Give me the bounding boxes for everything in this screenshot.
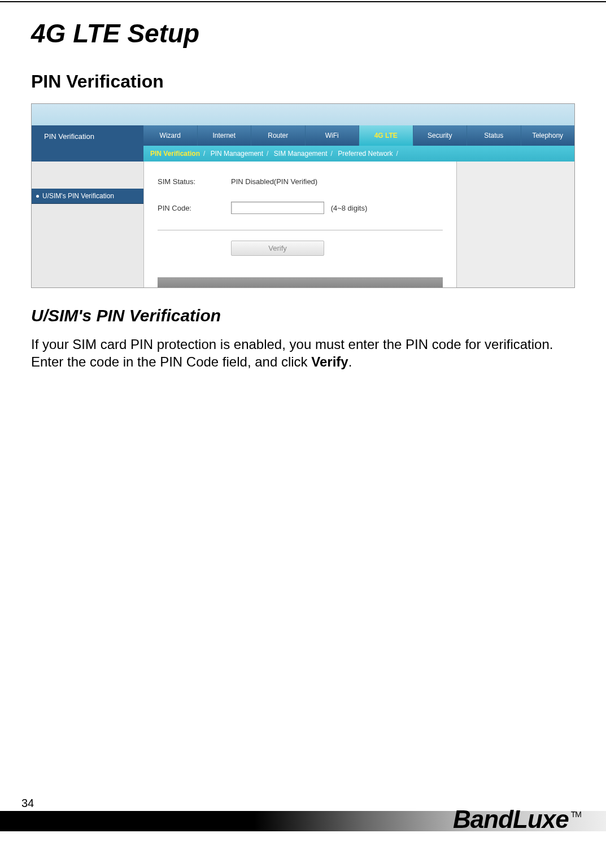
subnav-pin-management[interactable]: PIN Management	[211, 150, 263, 158]
sub-heading: U/SIM's PIN Verification	[31, 306, 575, 325]
pin-hint: (4~8 digits)	[331, 204, 368, 212]
sim-status-label: SIM Status:	[158, 177, 231, 186]
tab-status[interactable]: Status	[467, 125, 521, 146]
sub-nav: PIN Verification/ PIN Management/ SIM Ma…	[143, 146, 574, 162]
body-text: If your SIM card PIN protection is enabl…	[31, 335, 575, 370]
body-text-b: .	[348, 354, 352, 369]
tab-wifi[interactable]: WiFi	[305, 125, 359, 146]
page-number: 34	[21, 797, 34, 810]
tab-4g-lte[interactable]: 4G LTE	[359, 125, 413, 146]
subnav-preferred-network[interactable]: Preferred Network	[338, 150, 393, 158]
subnav-pin-verification[interactable]: PIN Verification	[150, 150, 200, 158]
brand-text: BandLuxe	[453, 805, 569, 831]
side-title: PIN Verification	[32, 125, 143, 162]
tab-wizard[interactable]: Wizard	[143, 125, 197, 146]
content-panel: SIM Status: PIN Disabled(PIN Verified) P…	[143, 162, 457, 287]
main-heading: 4G LTE Setup	[31, 18, 575, 49]
separator-icon: /	[396, 150, 398, 158]
tab-router[interactable]: Router	[251, 125, 305, 146]
body-text-a: If your SIM card PIN protection is enabl…	[31, 337, 553, 369]
bullet-icon	[36, 195, 39, 198]
verify-button[interactable]: Verify	[231, 241, 324, 256]
tab-telephony[interactable]: Telephony	[521, 125, 575, 146]
subnav-sim-management[interactable]: SIM Management	[274, 150, 328, 158]
separator-icon: /	[203, 150, 205, 158]
main-tabs: Wizard Internet Router WiFi 4G LTE Secur…	[143, 125, 574, 146]
tab-security[interactable]: Security	[413, 125, 467, 146]
sidebar-item-label: U/SIM's PIN Verification	[42, 192, 114, 200]
sidebar-item-pin-verification[interactable]: U/SIM's PIN Verification	[32, 189, 143, 204]
separator-icon: /	[331, 150, 333, 158]
ui-top-bar	[32, 104, 574, 125]
separator-icon: /	[267, 150, 268, 158]
pin-code-label: PIN Code:	[158, 204, 231, 212]
brand-logo: BandLuxeTM	[453, 805, 581, 831]
divider	[158, 230, 443, 230]
sidebar: U/SIM's PIN Verification	[32, 162, 143, 287]
content-bottom-bar	[158, 277, 443, 287]
content-right-pane	[457, 162, 574, 287]
sim-status-value: PIN Disabled(PIN Verified)	[231, 177, 443, 186]
body-text-bold: Verify	[311, 354, 348, 369]
section-heading: PIN Verification	[31, 71, 575, 92]
router-ui-screenshot: PIN Verification Wizard Internet Router …	[31, 103, 575, 288]
tab-internet[interactable]: Internet	[197, 125, 251, 146]
pin-code-input[interactable]	[231, 202, 324, 214]
trademark-icon: TM	[571, 810, 581, 819]
